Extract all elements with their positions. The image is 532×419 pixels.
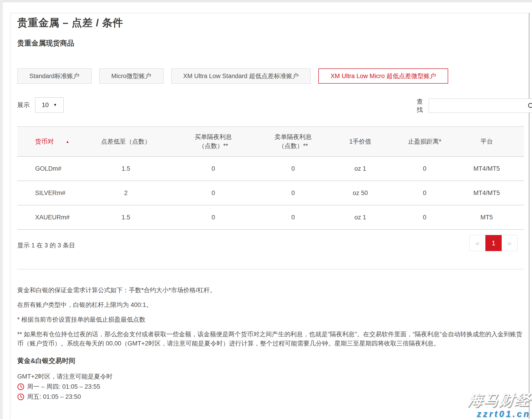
cell-spread: 2: [91, 181, 161, 205]
cell-lot-value: oz 50: [321, 181, 400, 205]
header-lot-value[interactable]: 1手价值: [321, 127, 400, 157]
cell-symbol: XAUEURm#: [17, 205, 91, 229]
search-input[interactable]: [429, 99, 532, 113]
cell-swap-long: 0: [161, 181, 266, 205]
notes-section: 黄金和白银的保证金需求计算公式如下：手数*合约大小*市场价格/杠杆。 在所有账户…: [17, 286, 525, 401]
page-size-control: 展示 10 ▼: [17, 97, 64, 113]
cell-swap-long: 0: [161, 205, 266, 229]
cell-spread: 1.5: [91, 157, 161, 181]
cell-lot-value: oz 1: [321, 157, 400, 181]
tab-ultra-low-micro-account[interactable]: XM Ultra Low Micro 超低点差微型账户: [318, 68, 448, 84]
cell-symbol: GOLDm#: [17, 157, 91, 181]
note-stop-level: * 根据当前市价设置挂单的最低止损盈最低点数: [17, 315, 525, 324]
cell-stop-distance: 0: [400, 181, 449, 205]
note-margin-formula: 黄金和白银的保证金需求计算公式如下：手数*合约大小*市场价格/杠杆。: [17, 286, 525, 295]
account-type-tabs: Standard标准账户 Micro微型账户 XM Ultra Low Stan…: [17, 68, 448, 84]
cell-spread: 1.5: [91, 205, 161, 229]
section-divider: [17, 269, 524, 269]
watermark-name: 海马财经: [467, 390, 532, 410]
cell-swap-short: 0: [266, 205, 321, 229]
cell-swap-long: 0: [161, 157, 266, 181]
tab-micro-account[interactable]: Micro微型账户: [99, 68, 164, 84]
cell-platform: MT4/MT5: [449, 181, 524, 205]
schedule-mon-thu: 周一 – 周四: 01:05 – 23:55: [27, 382, 100, 391]
tab-standard-account[interactable]: Standard标准账户: [17, 68, 92, 84]
search-icon: [527, 102, 532, 110]
page-top-margin: [0, 0, 532, 2]
page-size-value: 10: [42, 102, 49, 109]
timezone-note: GMT+2时区，请注意可能是夏令时: [17, 372, 525, 381]
table-row-xaueurm: XAUEURm# 1.5 0 0 oz 1 0 MT5: [17, 205, 524, 229]
pagination-prev-button[interactable]: «: [469, 235, 485, 251]
cell-stop-distance: 0: [400, 205, 449, 229]
tab-ultra-low-standard-account[interactable]: XM Ultra Low Standard 超低点差标准账户: [171, 68, 311, 84]
search-control: 查找: [417, 97, 532, 114]
pagination-next-button[interactable]: »: [502, 235, 518, 251]
header-spread[interactable]: 点差低至（点数）: [91, 127, 161, 157]
cell-swap-short: 0: [266, 157, 321, 181]
page-left-margin: [0, 0, 3, 419]
pagination: « 1 »: [469, 235, 518, 251]
header-symbol[interactable]: 货币对▲: [17, 127, 91, 157]
header-symbol-label: 货币对: [35, 138, 54, 145]
section-subtitle: 贵重金属现货商品: [17, 38, 74, 48]
table-entries-info: 显示 1 在 3 的 3 条目: [17, 241, 75, 249]
note-silver-leverage: 在所有账户类型中，白银的杠杆上限均为 400:1。: [17, 300, 525, 309]
table-header-row: 货币对▲ 点差低至（点数） 买单隔夜利息 （点数）** 卖单隔夜利息 （点数）*…: [17, 127, 524, 157]
watermark-site-url: zzrt01.cn: [468, 409, 531, 419]
site-watermark: 海马财经 zzrt01.cn: [468, 390, 531, 419]
header-swap-long[interactable]: 买单隔夜利息 （点数）**: [161, 127, 266, 157]
search-label: 查找: [417, 97, 423, 114]
cell-symbol: SILVERm#: [17, 181, 91, 205]
header-stop-distance[interactable]: 止盈损距离*: [400, 127, 449, 157]
page-size-select[interactable]: 10 ▼: [35, 97, 64, 113]
schedule-row: 周五: 01:05 – 23:50: [17, 392, 525, 401]
table-row-goldm: GOLDm# 1.5 0 0 oz 1 0 MT4/MT5: [17, 157, 524, 181]
sort-ascending-icon: ▲: [66, 140, 69, 144]
pagination-page-1-button[interactable]: 1: [485, 235, 502, 251]
cell-swap-short: 0: [266, 181, 321, 205]
schedule-row: 周一 – 周四: 01:05 – 23:55: [17, 382, 525, 391]
clock-icon: [17, 393, 24, 400]
clock-icon: [17, 383, 24, 390]
cell-platform: MT5: [449, 205, 524, 229]
note-swap-explanation: ** 如果您有仓位持仓过夜的话，那么您会支付或者获取一些金额，该金额便是两个货币…: [17, 330, 525, 348]
chevron-down-icon: ▼: [53, 103, 57, 107]
page-title: 贵重金属 – 点差 / 条件: [17, 16, 123, 30]
table-row-silverm: SILVERm# 2 0 0 oz 50 0 MT4/MT5: [17, 181, 524, 205]
schedule-fri: 周五: 01:05 – 23:50: [27, 393, 81, 401]
cell-stop-distance: 0: [400, 157, 449, 181]
cell-lot-value: oz 1: [321, 205, 400, 229]
search-box: [429, 99, 532, 113]
trading-hours-heading: 黄金&白银交易时间: [17, 356, 525, 366]
content-card: 贵重金属 – 点差 / 条件 贵重金属现货商品 Standard标准账户 Mic…: [10, 13, 530, 419]
show-label: 展示: [17, 101, 30, 109]
header-swap-short[interactable]: 卖单隔夜利息 （点数）**: [266, 127, 321, 157]
cell-platform: MT4/MT5: [449, 157, 524, 181]
spreads-table: 货币对▲ 点差低至（点数） 买单隔夜利息 （点数）** 卖单隔夜利息 （点数）*…: [17, 126, 524, 230]
header-platform[interactable]: 平台: [449, 127, 524, 157]
